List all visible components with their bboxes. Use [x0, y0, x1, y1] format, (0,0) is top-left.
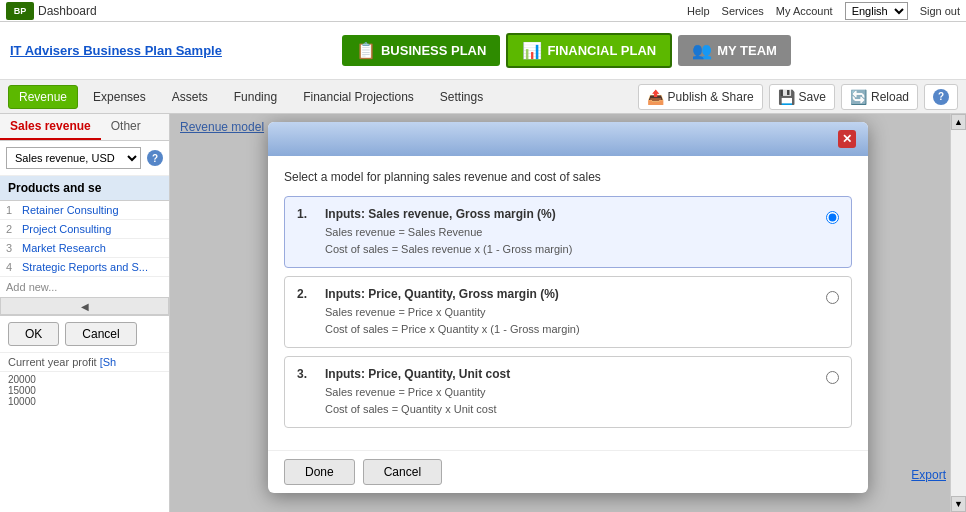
logo-area: BP Dashboard	[6, 2, 97, 20]
product-item[interactable]: 4 Strategic Reports and S...	[0, 258, 169, 277]
scrollbar-track	[951, 130, 966, 496]
brand-bar: IT Advisers Business Plan Sample 📋 BUSIN…	[0, 22, 966, 80]
top-bar: BP Dashboard Help Services My Account En…	[0, 0, 966, 22]
option-3-num: 3.	[297, 367, 315, 381]
option-3-radio[interactable]	[826, 371, 839, 384]
product-name[interactable]: Strategic Reports and S...	[22, 261, 148, 273]
modal-header: ✕	[268, 122, 868, 156]
publish-icon: 📤	[647, 89, 664, 105]
business-plan-icon: 📋	[356, 41, 376, 60]
right-scrollbar: ▲ ▼	[950, 114, 966, 512]
save-btn[interactable]: 💾 Save	[769, 84, 835, 110]
help-btn[interactable]: ?	[924, 84, 958, 110]
financial-plan-btn[interactable]: 📊 FINANCIAL PLAN	[506, 33, 672, 68]
publish-share-label: Publish & Share	[668, 90, 754, 104]
help-icon: ?	[933, 89, 949, 105]
tab-settings[interactable]: Settings	[429, 85, 494, 109]
my-team-icon: 👥	[692, 41, 712, 60]
signout-link[interactable]: Sign out	[920, 5, 960, 17]
sub-tab-other[interactable]: Other	[101, 114, 151, 140]
current-year-profit-label: Current year profit	[8, 356, 97, 368]
financial-plan-label: FINANCIAL PLAN	[547, 43, 656, 58]
modal-close-button[interactable]: ✕	[838, 130, 856, 148]
products-list: 1 Retainer Consulting 2 Project Consulti…	[0, 201, 169, 297]
option-1-box[interactable]: 1. Inputs: Sales revenue, Gross margin (…	[284, 196, 852, 268]
scroll-left-btn[interactable]: ◀	[0, 297, 169, 315]
revenue-dropdown[interactable]: Sales revenue, USD	[6, 147, 141, 169]
option-2-desc: Sales revenue = Price x Quantity Cost of…	[325, 304, 816, 337]
left-sidebar: Sales revenue Other Sales revenue, USD ?…	[0, 114, 170, 512]
product-name[interactable]: Retainer Consulting	[22, 204, 119, 216]
product-item[interactable]: 3 Market Research	[0, 239, 169, 258]
business-plan-label: BUSINESS PLAN	[381, 43, 486, 58]
services-link[interactable]: Services	[722, 5, 764, 17]
tab-funding[interactable]: Funding	[223, 85, 288, 109]
modal-dialog: ✕ Select a model for planning sales reve…	[268, 122, 868, 493]
bottom-buttons: OK Cancel	[0, 315, 169, 352]
modal-overlay: ✕ Select a model for planning sales reve…	[170, 114, 966, 512]
logo-icon: BP	[6, 2, 34, 20]
language-select[interactable]: English	[845, 2, 908, 20]
option-1-radio[interactable]	[826, 211, 839, 224]
product-item[interactable]: 1 Retainer Consulting	[0, 201, 169, 220]
nav-buttons: 📋 BUSINESS PLAN 📊 FINANCIAL PLAN 👥 MY TE…	[342, 33, 791, 68]
company-link[interactable]: IT Advisers Business Plan Sample	[10, 43, 222, 58]
products-header: Products and se	[0, 176, 169, 201]
toolbar: Revenue Expenses Assets Funding Financia…	[0, 80, 966, 114]
chart-label-20000: 20000	[8, 374, 161, 385]
publish-share-btn[interactable]: 📤 Publish & Share	[638, 84, 763, 110]
help-circle-icon[interactable]: ?	[147, 150, 163, 166]
save-label: Save	[799, 90, 826, 104]
chart-label-10000: 10000	[8, 396, 161, 407]
chart-label-15000: 15000	[8, 385, 161, 396]
option-2-num: 2.	[297, 287, 315, 301]
option-2-title: Inputs: Price, Quantity, Gross margin (%…	[325, 287, 816, 301]
myaccount-link[interactable]: My Account	[776, 5, 833, 17]
option-1-num: 1.	[297, 207, 315, 221]
product-item[interactable]: 2 Project Consulting	[0, 220, 169, 239]
add-new-item[interactable]: Add new...	[0, 277, 169, 297]
product-num: 4	[6, 261, 18, 273]
product-name[interactable]: Market Research	[22, 242, 106, 254]
cancel-button[interactable]: Cancel	[65, 322, 136, 346]
tab-assets[interactable]: Assets	[161, 85, 219, 109]
dashboard-label[interactable]: Dashboard	[38, 4, 97, 18]
product-num: 2	[6, 223, 18, 235]
scrollbar-down-btn[interactable]: ▼	[951, 496, 966, 512]
reload-label: Reload	[871, 90, 909, 104]
tab-expenses[interactable]: Expenses	[82, 85, 157, 109]
my-team-label: MY TEAM	[717, 43, 777, 58]
option-3-box[interactable]: 3. Inputs: Price, Quantity, Unit cost Sa…	[284, 356, 852, 428]
option-2-box[interactable]: 2. Inputs: Price, Quantity, Gross margin…	[284, 276, 852, 348]
done-button[interactable]: Done	[284, 459, 355, 485]
option-3-desc: Sales revenue = Price x Quantity Cost of…	[325, 384, 816, 417]
option-1-content: Inputs: Sales revenue, Gross margin (%) …	[325, 207, 816, 257]
option-2-radio[interactable]	[826, 291, 839, 304]
save-icon: 💾	[778, 89, 795, 105]
option-1-desc: Sales revenue = Sales Revenue Cost of sa…	[325, 224, 816, 257]
dropdown-row: Sales revenue, USD ?	[0, 141, 169, 176]
help-link[interactable]: Help	[687, 5, 710, 17]
tab-revenue[interactable]: Revenue	[8, 85, 78, 109]
option-3-content: Inputs: Price, Quantity, Unit cost Sales…	[325, 367, 816, 417]
modal-cancel-button[interactable]: Cancel	[363, 459, 442, 485]
my-team-btn[interactable]: 👥 MY TEAM	[678, 35, 791, 66]
top-links: Help Services My Account English Sign ou…	[687, 2, 960, 20]
product-num: 3	[6, 242, 18, 254]
modal-subtitle: Select a model for planning sales revenu…	[284, 170, 852, 184]
option-2-content: Inputs: Price, Quantity, Gross margin (%…	[325, 287, 816, 337]
tab-financial-projections[interactable]: Financial Projections	[292, 85, 425, 109]
ok-button[interactable]: OK	[8, 322, 59, 346]
show-link[interactable]: [Sh	[100, 356, 117, 368]
reload-icon: 🔄	[850, 89, 867, 105]
sub-tab-sales-revenue[interactable]: Sales revenue	[0, 114, 101, 140]
sub-tabs: Sales revenue Other	[0, 114, 169, 141]
export-link[interactable]: Export	[911, 468, 946, 482]
modal-body: Select a model for planning sales revenu…	[268, 156, 868, 450]
product-name[interactable]: Project Consulting	[22, 223, 111, 235]
financial-plan-icon: 📊	[522, 41, 542, 60]
reload-btn[interactable]: 🔄 Reload	[841, 84, 918, 110]
scrollbar-up-btn[interactable]: ▲	[951, 114, 966, 130]
toolbar-right: 📤 Publish & Share 💾 Save 🔄 Reload ?	[638, 84, 958, 110]
business-plan-btn[interactable]: 📋 BUSINESS PLAN	[342, 35, 500, 66]
